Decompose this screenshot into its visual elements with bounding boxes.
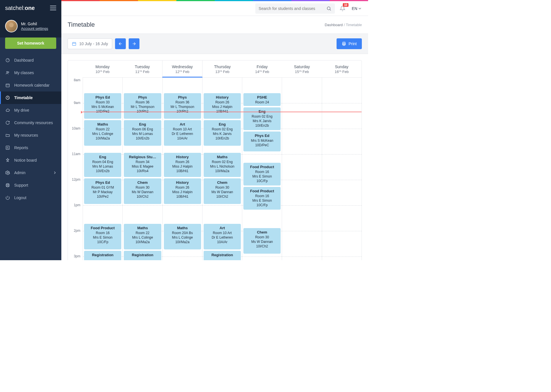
user-name: Mr. Gohil	[21, 22, 48, 26]
calendar-icon	[72, 41, 76, 46]
event-eng[interactable]: EngRoom 04 EngMrs M Lomas10I/En2b	[84, 153, 121, 177]
event-pshe[interactable]: PSHERoom 24	[243, 93, 281, 106]
event-phys[interactable]: PhysRoom 36Mr L Thompson10I/Ph2	[124, 93, 161, 119]
nav-item-notice-board[interactable]: Notice board	[0, 154, 61, 166]
prev-week-button[interactable]	[115, 38, 126, 49]
time-label: 11am	[68, 154, 83, 180]
day-column-monday: Phys EdRoom 33Mrs S McKean10D/Pe2MathsRo…	[83, 78, 122, 260]
event-maths[interactable]: MathsRoom 20A BsMrs L Colinge10I/Ma2a	[164, 224, 201, 249]
event-phys[interactable]: PhysRoom 36Mr L Thompson10I/Ph2	[164, 93, 201, 119]
nav-item-dashboard[interactable]: Dashboard	[0, 54, 61, 66]
event-maths[interactable]: MathsRoom 02 EngMrs L Nicholson10I/Ma2a	[204, 153, 241, 177]
account-settings-link[interactable]: Account settings	[21, 26, 48, 31]
event-history[interactable]: HistoryRoom 26Miss J Halpin10B/Hi1	[204, 93, 241, 119]
calendar-header: Monday10ᵗʰ FebTuesday11ᵗʰ FebWednesday12…	[83, 61, 362, 78]
nav-label: My drive	[14, 108, 29, 112]
event-phys-ed[interactable]: Phys EdRoom 33Mrs S McKean10D/Pe2	[84, 93, 121, 119]
current-time-indicator	[83, 112, 362, 112]
nav-item-my-drive[interactable]: My drive	[0, 104, 61, 116]
event-food-product[interactable]: Food ProductRoom 16Mrs E Simon10C/Fp	[84, 224, 121, 249]
day-header-thursday[interactable]: Thursday13ᵗʰ Feb	[203, 61, 242, 77]
set-homework-button[interactable]: Set homework	[5, 37, 56, 49]
language-selector[interactable]: EN	[350, 6, 363, 11]
event-food-product[interactable]: Food ProductRoom 16Mrs E Simon10C/Fp	[243, 187, 281, 210]
svg-point-2	[8, 72, 9, 72]
event-chem[interactable]: ChemRoom 30Ms W Dannan10I/Ch2	[243, 228, 281, 254]
event-phys-ed[interactable]: Phys EdRoom 01 GYMMr P Mackay10I/Pe2	[84, 178, 121, 204]
nav-label: Notice board	[14, 158, 37, 162]
nav-item-admin[interactable]: Admin	[0, 166, 61, 179]
event-history[interactable]: HistoryRoom 26Miss J Halpin10B/Hi1	[164, 153, 201, 177]
arrow-right-icon	[132, 41, 136, 46]
page-title: Timetable	[68, 21, 95, 28]
day-header-tuesday[interactable]: Tuesday11ᵗʰ Feb	[122, 61, 162, 77]
event-registration[interactable]: Registration	[204, 251, 241, 260]
time-label: 9am	[68, 103, 83, 129]
nav-item-community-resources[interactable]: Community resources	[0, 116, 61, 129]
power-icon	[5, 195, 10, 200]
svg-rect-3	[6, 84, 9, 87]
nav-item-logout[interactable]: Logout	[0, 191, 61, 204]
nav-item-homework-calendar[interactable]: Homework calendar	[0, 79, 61, 91]
nav-label: Admin	[14, 170, 26, 175]
event-art[interactable]: ArtRoom 10 ArtDr E Letheren10A/Ar	[204, 224, 241, 249]
day-column-saturday	[282, 78, 322, 260]
search-box[interactable]	[255, 3, 335, 14]
users-icon	[5, 70, 10, 75]
day-column-wednesday: PhysRoom 36Mr L Thompson10I/Ph2ArtRoom 1…	[162, 78, 202, 260]
event-registration[interactable]: Registration	[84, 251, 121, 260]
event-eng[interactable]: EngRoom 02 EngMrs K Jarvis10I/En2b	[243, 107, 281, 130]
event-chem[interactable]: ChemRoom 30Ms W Dannan10I/Ch2	[204, 178, 241, 204]
event-religious-stu…[interactable]: Religious Stu…Room 34Miss E Magee10I/Rs4	[124, 153, 161, 177]
nav-item-my-classes[interactable]: My classes	[0, 66, 61, 79]
event-registration[interactable]: Registration	[124, 251, 161, 260]
event-art[interactable]: ArtRoom 10 ArtDr E Letheren10A/Ar	[164, 120, 201, 146]
nav-item-reports[interactable]: Reports	[0, 141, 61, 154]
svg-point-12	[7, 184, 8, 186]
menu-toggle-button[interactable]	[50, 6, 56, 10]
day-header-sunday[interactable]: Sunday16ᵗʰ Feb	[322, 61, 362, 77]
nav-item-support[interactable]: Support	[0, 179, 61, 191]
chart-icon	[5, 145, 10, 150]
nav-label: Logout	[14, 195, 26, 200]
day-header-friday[interactable]: Friday14ᵗʰ Feb	[242, 61, 282, 77]
event-phys-ed[interactable]: Phys EdMrs S McKean10D/PeC	[243, 132, 281, 151]
avatar[interactable]	[5, 20, 18, 32]
chevron-down-icon	[358, 7, 361, 10]
event-history[interactable]: HistoryRoom 26Miss J Halpin10B/Hi1	[164, 178, 201, 204]
search-input[interactable]	[259, 6, 323, 11]
date-range-picker[interactable]: 10 July - 16 July	[68, 38, 112, 49]
notifications-button[interactable]: 10	[338, 4, 347, 13]
event-food-product[interactable]: Food ProductRoom 16Mrs E Simon10C/Fp	[243, 163, 281, 185]
refresh-icon	[5, 120, 10, 125]
search-icon	[326, 6, 331, 11]
event-maths[interactable]: MathsRoom 22Mrs L Colinge10I/Ma2a	[124, 224, 161, 249]
event-eng[interactable]: EngRoom 06 EngMrs M Lomas10I/En2b	[124, 120, 161, 146]
time-label: 8am	[68, 78, 83, 103]
rainbow-stripe	[61, 0, 368, 1]
day-header-saturday[interactable]: Saturday15ᵗʰ Feb	[282, 61, 322, 77]
day-column-tuesday: PhysRoom 36Mr L Thompson10I/Ph2EngRoom 0…	[122, 78, 162, 260]
next-week-button[interactable]	[129, 38, 139, 49]
breadcrumb-root[interactable]: Dashboard	[325, 23, 343, 27]
print-button[interactable]: Print	[337, 38, 362, 49]
time-label: 10am	[68, 129, 83, 154]
event-chem[interactable]: ChemRoom 30Ms W Dannan10I/Ch2	[124, 178, 161, 204]
svg-point-18	[327, 7, 330, 10]
nav-item-timetable[interactable]: Timetable	[0, 91, 61, 104]
event-maths[interactable]: MathsRoom 22Mrs L Colinge10I/Ma2a	[84, 120, 121, 146]
nav-label: Timetable	[14, 95, 33, 100]
speedometer-icon	[5, 58, 10, 62]
day-header-wednesday[interactable]: Wednesday12ᵗʰ Feb	[162, 61, 203, 78]
nav-label: Reports	[14, 145, 28, 150]
day-column-sunday	[322, 78, 362, 260]
life-icon	[5, 183, 10, 187]
gear-icon	[5, 170, 10, 175]
event-eng[interactable]: EngRoom 02 EngMrs K Jarvis10I/En2b	[204, 120, 241, 146]
nav-item-my-resources[interactable]: My resources	[0, 129, 61, 141]
folder-icon	[5, 133, 10, 137]
day-header-monday[interactable]: Monday10ᵗʰ Feb	[83, 61, 122, 77]
nav-label: Community resources	[14, 120, 53, 125]
pin-icon	[5, 158, 10, 162]
nav-label: My resources	[14, 133, 38, 137]
